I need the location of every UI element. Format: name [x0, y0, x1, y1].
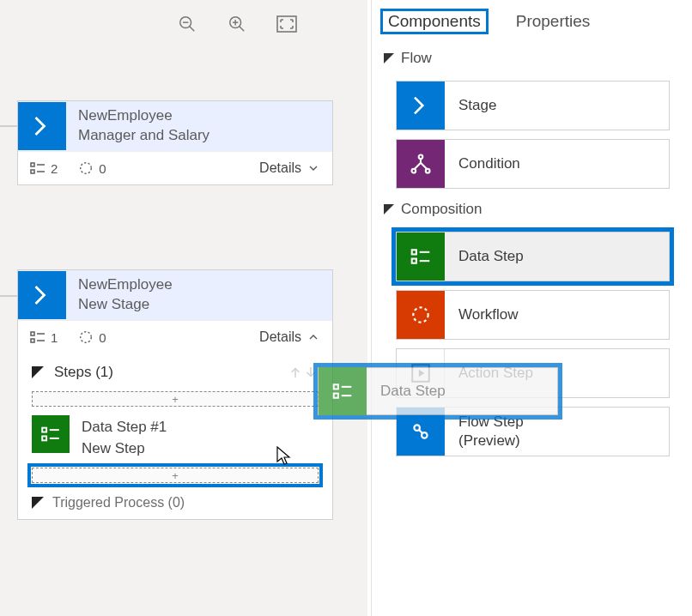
- tab-components[interactable]: Components: [380, 9, 489, 34]
- steps-section-label: Steps (1): [54, 364, 113, 381]
- stage-header[interactable]: NewEmployee Manager and Salary: [18, 101, 332, 151]
- stage-card-manager-salary[interactable]: NewEmployee Manager and Salary 2 0: [17, 100, 333, 185]
- steps-count-value: 2: [51, 161, 58, 176]
- details-label: Details: [259, 329, 301, 345]
- details-expand-button[interactable]: Details: [259, 160, 320, 176]
- stage-titles: NewEmployee Manager and Salary: [66, 106, 209, 146]
- mouse-cursor-icon: [276, 446, 292, 467]
- zoom-out-button[interactable]: [177, 14, 197, 34]
- svg-rect-21: [42, 428, 46, 432]
- move-down-button[interactable]: [303, 364, 319, 381]
- reorder-controls: [288, 364, 319, 381]
- svg-point-29: [426, 169, 430, 173]
- svg-point-12: [81, 163, 92, 174]
- drop-zone-after[interactable]: +: [32, 468, 319, 483]
- svg-marker-30: [384, 204, 394, 214]
- component-workflow[interactable]: Workflow: [396, 290, 670, 340]
- svg-line-4: [240, 27, 245, 32]
- stage-stats: 2 0 Details: [18, 151, 332, 184]
- steps-count: 1: [30, 330, 58, 345]
- svg-rect-33: [412, 259, 416, 263]
- section-flow-header[interactable]: Flow: [372, 38, 683, 72]
- collapse-triangle-icon: [32, 497, 44, 509]
- svg-marker-25: [32, 497, 44, 509]
- drag-ghost-data-step: Data Step: [318, 367, 558, 415]
- workflow-dashed-icon: [397, 291, 445, 339]
- component-stage[interactable]: Stage: [396, 81, 670, 130]
- section-flow-label: Flow: [401, 50, 432, 67]
- section-composition-label: Composition: [401, 201, 483, 218]
- connector-line: [0, 125, 17, 127]
- connector-line: [0, 295, 17, 297]
- workflow-count: 0: [78, 329, 106, 345]
- chevron-up-icon: [307, 330, 320, 344]
- canvas-toolbar: [177, 14, 297, 34]
- triggered-process-label: Triggered Process (0): [52, 495, 185, 510]
- data-step-icon: [32, 415, 70, 453]
- svg-rect-23: [42, 436, 46, 440]
- components-panel: Components Properties Flow Stage Conditi…: [371, 0, 683, 616]
- workflow-count: 0: [78, 160, 106, 176]
- move-up-button[interactable]: [288, 364, 303, 381]
- steps-list-icon: [30, 162, 46, 174]
- steps-list-icon: [30, 331, 46, 343]
- section-composition-header[interactable]: Composition: [372, 189, 683, 223]
- svg-rect-8: [31, 163, 34, 166]
- svg-rect-42: [334, 394, 338, 398]
- workflow-dashed-icon: [78, 160, 94, 176]
- collapse-triangle-icon: [384, 53, 394, 63]
- step-labels: Data Step #1 New Step: [82, 415, 167, 459]
- svg-rect-31: [412, 250, 416, 254]
- triggered-process-section[interactable]: Triggered Process (0): [18, 486, 332, 519]
- chevron-down-icon: [307, 161, 320, 175]
- details-label: Details: [259, 160, 301, 176]
- stage-chevron-icon: [18, 271, 66, 319]
- component-label: Workflow: [445, 305, 519, 324]
- details-collapse-button[interactable]: Details: [259, 329, 320, 345]
- drop-zone-plus: +: [172, 393, 179, 406]
- svg-marker-18: [32, 366, 44, 378]
- svg-marker-26: [384, 53, 394, 63]
- step-subtitle: New Step: [82, 438, 167, 460]
- steps-section-header: Steps (1): [18, 353, 332, 388]
- stage-titles: NewEmployee New Stage: [66, 275, 173, 315]
- svg-rect-10: [31, 170, 34, 173]
- stage-chevron-icon: [397, 82, 445, 130]
- stage-header[interactable]: NewEmployee New Stage: [18, 270, 332, 320]
- collapse-triangle-icon[interactable]: [32, 366, 44, 378]
- collapse-triangle-icon: [384, 204, 394, 214]
- workflow-count-value: 0: [99, 330, 106, 345]
- stage-name-label: Manager and Salary: [78, 126, 209, 146]
- component-label: Condition: [445, 154, 520, 173]
- svg-point-27: [419, 155, 423, 160]
- designer-canvas[interactable]: NewEmployee Manager and Salary 2 0: [0, 0, 367, 616]
- data-step-icon: [397, 233, 445, 281]
- stage-stats: 1 0 Details: [18, 320, 332, 353]
- svg-rect-13: [31, 332, 34, 335]
- svg-rect-15: [31, 339, 34, 342]
- fit-to-screen-button[interactable]: [276, 14, 297, 34]
- steps-count-value: 1: [51, 330, 58, 345]
- stage-entity-label: NewEmployee: [78, 275, 173, 295]
- svg-point-28: [412, 169, 416, 173]
- stage-entity-label: NewEmployee: [78, 106, 209, 126]
- component-label: Flow Step (Preview): [445, 413, 524, 450]
- component-label: Stage: [445, 96, 496, 115]
- steps-count: 2: [30, 161, 58, 176]
- component-data-step[interactable]: Data Step: [396, 232, 670, 281]
- step-title: Data Step #1: [82, 417, 167, 438]
- svg-rect-40: [334, 384, 338, 389]
- svg-rect-7: [277, 16, 296, 32]
- drop-zone-plus: +: [172, 469, 179, 482]
- tab-properties[interactable]: Properties: [513, 10, 594, 33]
- svg-line-1: [190, 27, 195, 32]
- workflow-dashed-icon: [78, 329, 94, 345]
- stage-chevron-icon: [18, 102, 66, 150]
- branch-icon: [397, 140, 445, 188]
- zoom-in-button[interactable]: [227, 14, 247, 34]
- stage-card-new-stage[interactable]: NewEmployee New Stage 1 0: [17, 269, 333, 520]
- drop-zone-before[interactable]: +: [32, 391, 319, 407]
- component-condition[interactable]: Condition: [396, 139, 670, 189]
- component-label: Data Step: [445, 247, 524, 266]
- svg-point-17: [81, 332, 92, 343]
